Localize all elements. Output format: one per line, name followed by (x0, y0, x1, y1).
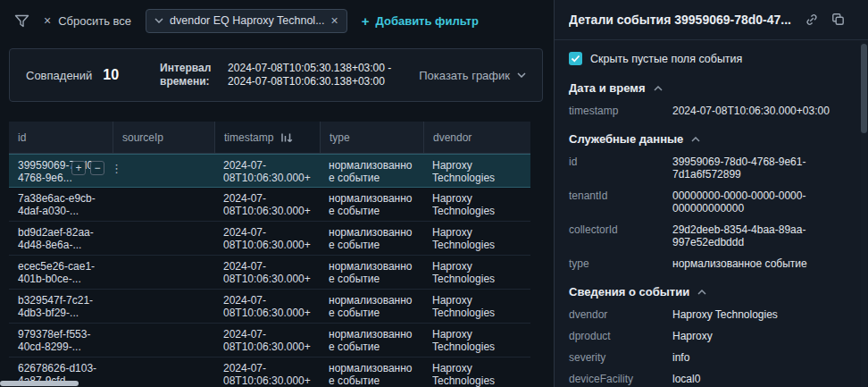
cell-timestamp: 2024-07-08T10:06:30.000+… (223, 159, 311, 184)
field-label: id (569, 156, 672, 181)
details-panel: Детали события 39959069-78d0-47... Скрыт… (554, 0, 868, 387)
table-row[interactable]: b329547f-7c21-4db3-bf29-... 2024-07-08T1… (9, 290, 530, 324)
field-label: timestamp (569, 105, 672, 117)
chip-close-icon[interactable]: × (331, 14, 338, 27)
chevron-up-icon[interactable] (697, 290, 706, 295)
cell-id: b329547f-7c21-4db3-bf29-... (18, 294, 104, 319)
detail-field: deviceFacility local0 (555, 368, 868, 387)
field-value: 29d2deeb-8354-4baa-89aa-997e52edbddd (672, 223, 854, 248)
vertical-scrollbar-thumb[interactable] (861, 44, 867, 133)
chevron-down-icon (154, 18, 163, 23)
filter-icon[interactable] (14, 14, 29, 28)
cell-id: bd9d2aef-82aa-4d48-8e6a-... (18, 226, 104, 251)
events-main: × Сбросить все dvendor EQ Haproxy Techno… (0, 0, 554, 387)
interval-label: Интервал времени: (160, 62, 217, 88)
field-value: local0 (672, 373, 700, 385)
column-header-type[interactable]: type (320, 122, 423, 153)
section-title: Служебные данные (569, 132, 683, 146)
chevron-up-icon[interactable] (654, 86, 663, 91)
detail-field: timestamp 2024-07-08T10:06:30.000+03:00 (555, 100, 868, 122)
cell-id: 7a38e6ac-e9cb-4daf-a030-... (18, 192, 104, 217)
table-row[interactable]: ecec5e26-cae1-401b-b0ce-... 2024-07-08T1… (9, 256, 530, 290)
cell-type: нормализованное событие (329, 294, 414, 319)
add-filter-button[interactable]: + Добавить фильтр (362, 14, 479, 28)
column-header-id[interactable]: id (9, 122, 113, 153)
cell-type: нормализованное событие (329, 226, 414, 251)
interval-value: 2024-07-08T10:05:30.138+03:00 - 2024-07-… (228, 62, 411, 88)
field-value: Haproxy (672, 330, 713, 342)
cell-timestamp: 2024-07-08T10:06:30.000+… (223, 294, 311, 319)
column-header-sourceip[interactable]: sourceIp (113, 122, 214, 153)
details-header: Детали события 39959069-78d0-47... (555, 0, 868, 40)
row-menu-icon[interactable]: ⋮ (111, 162, 122, 175)
cell-dvendor: Haproxy Technologies (432, 260, 522, 285)
cell-type: нормализованное событие (329, 192, 414, 217)
section-header-service-data[interactable]: Служебные данные (555, 122, 868, 151)
field-label: severity (569, 351, 672, 364)
matches: Совпадений 10 (26, 67, 119, 83)
section-header-datetime[interactable]: Дата и время (555, 71, 868, 100)
event-table: id sourceIp timestamp type dvendor 39959… (9, 122, 530, 387)
cell-dvendor: Haproxy Technologies (432, 159, 522, 184)
checkbox-checked-icon[interactable] (569, 52, 582, 65)
table-header: id sourceIp timestamp type dvendor (9, 122, 530, 154)
field-value: Haproxy Technologies (672, 308, 778, 321)
cell-type: нормализованное событие (329, 362, 414, 387)
field-value: нормализованное событие (672, 257, 807, 270)
chevron-up-icon[interactable] (691, 137, 700, 142)
section-title: Сведения о событии (569, 285, 689, 299)
column-label: id (18, 131, 26, 144)
expand-row-button[interactable]: + (71, 161, 86, 175)
vertical-scrollbar[interactable] (861, 41, 867, 387)
copy-icon[interactable] (831, 13, 845, 27)
filter-chip-label: dvendor EQ Haproxy Technol... (170, 14, 324, 27)
column-label: timestamp (224, 131, 273, 144)
cell-timestamp: 2024-07-08T10:06:30.000+… (223, 328, 311, 353)
time-interval: Интервал времени: 2024-07-08T10:05:30.13… (160, 62, 411, 88)
field-label: collectorId (569, 223, 672, 248)
reset-all-button[interactable]: × Сбросить все (44, 14, 131, 28)
detail-field: tenantId 00000000-0000-0000-0000-0000000… (555, 185, 868, 219)
results-summary: Совпадений 10 Интервал времени: 2024-07-… (9, 48, 543, 102)
detail-field: dproduct Haproxy (555, 325, 868, 347)
field-value: 2024-07-08T10:06:30.000+03:00 (672, 105, 830, 117)
section-title: Дата и время (569, 81, 646, 95)
detail-field: type нормализованное событие (555, 253, 868, 274)
table-row[interactable]: 979378ef-f553-40cd-8299-... 2024-07-08T1… (9, 324, 530, 358)
cell-type: нормализованное событие (329, 159, 414, 184)
cell-dvendor: Haproxy Technologies (432, 192, 522, 217)
cell-timestamp: 2024-07-08T10:06:30.000+… (223, 362, 311, 387)
table-row[interactable]: 7a38e6ac-e9cb-4daf-a030-... 2024-07-08T1… (9, 188, 530, 222)
field-label: dproduct (569, 330, 672, 342)
hide-empty-fields-toggle[interactable]: Скрыть пустые поля события (555, 40, 868, 71)
event-viewer: × Сбросить все dvendor EQ Haproxy Techno… (0, 0, 868, 387)
field-label: dvendor (569, 308, 672, 321)
row-actions: + − ⋮ (71, 161, 122, 175)
link-icon[interactable] (805, 13, 819, 27)
chevron-down-icon (517, 72, 526, 78)
field-value: 39959069-78d0-4768-9e61-7d1a6f572899 (672, 156, 854, 181)
hide-empty-fields-label: Скрыть пустые поля события (590, 53, 742, 65)
column-header-timestamp[interactable]: timestamp (214, 122, 320, 153)
table-row[interactable]: 39959069-78d0-4768-9e6... 2024-07-08T10:… (9, 154, 530, 188)
show-chart-label: Показать график (419, 69, 510, 82)
detail-field: severity info (555, 347, 868, 368)
detail-field: dvendor Haproxy Technologies (555, 304, 868, 325)
details-actions (805, 13, 854, 27)
column-label: type (330, 131, 350, 144)
table-row[interactable]: bd9d2aef-82aa-4d48-8e6a-... 2024-07-08T1… (9, 222, 530, 256)
filter-chip[interactable]: dvendor EQ Haproxy Technol... × (146, 9, 347, 33)
table-row[interactable]: 62678626-d103-4a87-9cfd-... 2024-07-08T1… (9, 358, 530, 387)
cell-type: нормализованное событие (329, 328, 414, 353)
column-label: sourceIp (122, 131, 163, 144)
add-filter-label: Добавить фильтр (376, 14, 479, 28)
filter-toolbar: × Сбросить все dvendor EQ Haproxy Techno… (0, 0, 554, 41)
plus-icon: + (362, 14, 370, 28)
show-chart-button[interactable]: Показать график (419, 69, 526, 82)
column-header-dvendor[interactable]: dvendor (423, 122, 530, 153)
cell-dvendor: Haproxy Technologies (432, 362, 522, 387)
horizontal-scrollbar-thumb[interactable] (0, 381, 79, 386)
section-header-event-info[interactable]: Сведения о событии (555, 274, 868, 304)
collapse-row-button[interactable]: − (90, 161, 104, 175)
cell-timestamp: 2024-07-08T10:06:30.000+… (223, 226, 311, 251)
